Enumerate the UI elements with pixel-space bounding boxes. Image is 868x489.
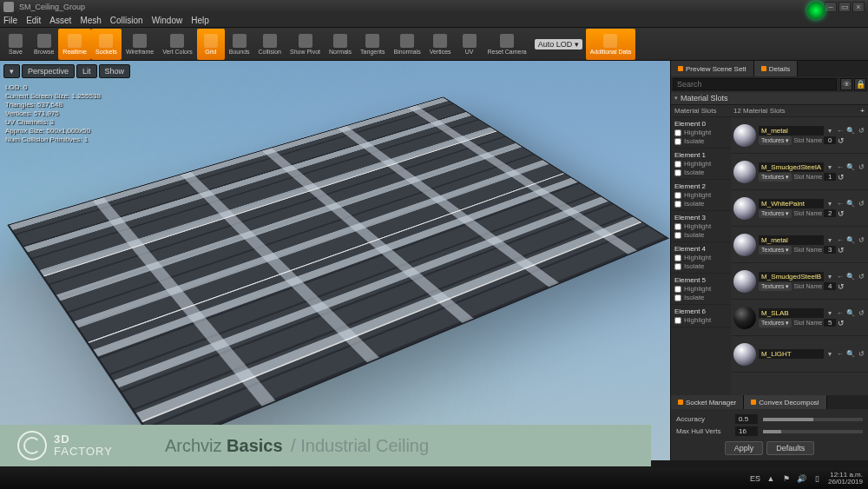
find-icon[interactable]: 🔍 bbox=[846, 272, 855, 281]
slot-index[interactable]: 1 bbox=[824, 173, 836, 181]
reset-icon[interactable]: ↺ bbox=[857, 235, 865, 244]
search-input[interactable] bbox=[673, 78, 837, 90]
tool-normals[interactable]: Normals bbox=[325, 29, 356, 60]
browse-icon[interactable]: ← bbox=[836, 272, 845, 281]
tool-binormals[interactable]: Binormals bbox=[390, 29, 425, 60]
reset-slot-icon[interactable]: ↺ bbox=[838, 209, 845, 218]
close-button[interactable]: × bbox=[852, 2, 865, 12]
menu-collision[interactable]: Collision bbox=[110, 16, 143, 25]
apply-button[interactable]: Apply bbox=[725, 441, 764, 455]
textures-button[interactable]: Textures ▾ bbox=[759, 246, 792, 254]
add-material-button[interactable]: + bbox=[860, 107, 865, 115]
material-thumbnail[interactable] bbox=[733, 343, 756, 366]
material-thumbnail[interactable] bbox=[733, 234, 756, 256]
maximize-button[interactable]: ▭ bbox=[838, 2, 851, 12]
material-name[interactable]: M_SLAB bbox=[759, 308, 824, 318]
isolate-check[interactable]: Isolate bbox=[674, 200, 727, 208]
isolate-check[interactable]: Isolate bbox=[674, 294, 727, 301]
material-name[interactable]: M_WhitePaint bbox=[759, 199, 824, 208]
tray-volume-icon[interactable]: 🔊 bbox=[797, 473, 807, 484]
browse-icon[interactable]: ← bbox=[836, 235, 845, 244]
accuracy-value[interactable]: 0.5 bbox=[735, 414, 758, 424]
textures-button[interactable]: Textures ▾ bbox=[759, 173, 792, 182]
tool-uv[interactable]: UV bbox=[456, 29, 483, 60]
tool-tangents[interactable]: Tangents bbox=[356, 29, 389, 60]
taskbar-clock[interactable]: 12:11 a.m. 26/01/2019 bbox=[828, 472, 863, 486]
material-name[interactable]: M_SmudgedSteelB bbox=[759, 272, 824, 281]
find-icon[interactable]: 🔍 bbox=[846, 350, 855, 359]
reset-slot-icon[interactable]: ↺ bbox=[838, 319, 845, 327]
perspective-button[interactable]: Perspective bbox=[22, 64, 75, 78]
menu-file[interactable]: File bbox=[3, 16, 17, 25]
slot-index[interactable]: 3 bbox=[824, 246, 836, 254]
material-thumbnail[interactable] bbox=[733, 161, 756, 183]
reset-slot-icon[interactable]: ↺ bbox=[838, 282, 845, 291]
tool-save[interactable]: Save bbox=[2, 29, 30, 60]
minimize-button[interactable]: – bbox=[825, 2, 837, 12]
highlight-check[interactable]: Highlight bbox=[674, 316, 727, 324]
tool-additional-data[interactable]: Additional Data bbox=[586, 29, 635, 60]
browse-icon[interactable]: ← bbox=[836, 199, 845, 208]
hull-value[interactable]: 16 bbox=[735, 426, 758, 436]
reset-icon[interactable]: ↺ bbox=[857, 350, 865, 359]
viewport-3d[interactable]: ▾ Perspective Lit Show LOD: 0Current Scr… bbox=[0, 61, 670, 460]
tool-collision[interactable]: Collision bbox=[254, 29, 286, 60]
material-name[interactable]: M_metal bbox=[759, 235, 824, 245]
isolate-check[interactable]: Isolate bbox=[674, 169, 727, 176]
material-name[interactable]: M_metal bbox=[759, 126, 824, 135]
reset-icon[interactable]: ↺ bbox=[857, 199, 865, 208]
menu-edit[interactable]: Edit bbox=[26, 16, 41, 25]
find-icon[interactable]: 🔍 bbox=[846, 235, 855, 244]
reset-icon[interactable]: ↺ bbox=[857, 126, 865, 135]
highlight-check[interactable]: Highlight bbox=[674, 222, 727, 230]
dropdown-icon[interactable]: ▾ bbox=[825, 350, 834, 359]
reset-icon[interactable]: ↺ bbox=[857, 308, 865, 317]
defaults-button[interactable]: Defaults bbox=[766, 441, 814, 455]
textures-button[interactable]: Textures ▾ bbox=[759, 282, 792, 291]
highlight-check[interactable]: Highlight bbox=[674, 160, 727, 168]
isolate-check[interactable]: Isolate bbox=[674, 137, 727, 145]
browse-icon[interactable]: ← bbox=[836, 162, 845, 171]
reset-slot-icon[interactable]: ↺ bbox=[838, 173, 845, 182]
dropdown-icon[interactable]: ▾ bbox=[825, 199, 834, 208]
material-thumbnail[interactable] bbox=[733, 197, 756, 220]
lock-icon[interactable]: 🔒 bbox=[854, 78, 866, 90]
filter-icon[interactable]: 👁 bbox=[840, 78, 852, 90]
find-icon[interactable]: 🔍 bbox=[846, 199, 855, 208]
dropdown-icon[interactable]: ▾ bbox=[825, 126, 834, 135]
lit-mode-button[interactable]: Lit bbox=[76, 64, 97, 78]
isolate-check[interactable]: Isolate bbox=[674, 231, 727, 239]
find-icon[interactable]: 🔍 bbox=[846, 162, 855, 171]
highlight-check[interactable]: Highlight bbox=[674, 191, 727, 199]
find-icon[interactable]: 🔍 bbox=[846, 126, 855, 135]
find-icon[interactable]: 🔍 bbox=[846, 308, 855, 317]
tray-battery-icon[interactable]: ▯ bbox=[812, 473, 823, 484]
material-thumbnail[interactable] bbox=[733, 270, 756, 293]
source-control-icon[interactable] bbox=[807, 2, 825, 19]
browse-icon[interactable]: ← bbox=[836, 350, 845, 359]
lang-indicator[interactable]: ES bbox=[750, 474, 760, 483]
tool-browse[interactable]: Browse bbox=[30, 29, 58, 60]
material-name[interactable]: M_LIGHT bbox=[759, 349, 824, 359]
menu-mesh[interactable]: Mesh bbox=[80, 16, 101, 25]
isolate-check[interactable]: Isolate bbox=[674, 262, 727, 270]
reset-icon[interactable]: ↺ bbox=[857, 162, 865, 171]
slot-index[interactable]: 0 bbox=[824, 136, 836, 144]
tool-bounds[interactable]: Bounds bbox=[225, 29, 254, 60]
highlight-check[interactable]: Highlight bbox=[674, 254, 727, 261]
tool-show-pivot[interactable]: Show Pivot bbox=[286, 29, 325, 60]
material-thumbnail[interactable] bbox=[733, 124, 756, 147]
slot-index[interactable]: 4 bbox=[824, 282, 836, 290]
tool-vertices[interactable]: Vertices bbox=[425, 29, 456, 60]
tab-convex-decomp[interactable]: Convex Decomposi bbox=[744, 395, 826, 409]
tray-up-icon[interactable]: ▲ bbox=[766, 473, 776, 484]
tab-preview-scene[interactable]: Preview Scene Sett bbox=[671, 61, 754, 76]
highlight-check[interactable]: Highlight bbox=[674, 129, 727, 136]
dropdown-icon[interactable]: ▾ bbox=[825, 308, 834, 317]
material-slots-header[interactable]: Material Slots bbox=[671, 92, 868, 105]
browse-icon[interactable]: ← bbox=[836, 308, 845, 317]
accuracy-slider[interactable] bbox=[763, 418, 863, 421]
tab-details[interactable]: Details bbox=[754, 61, 798, 76]
textures-button[interactable]: Textures ▾ bbox=[759, 136, 792, 145]
tray-network-icon[interactable]: ⚑ bbox=[781, 473, 792, 484]
